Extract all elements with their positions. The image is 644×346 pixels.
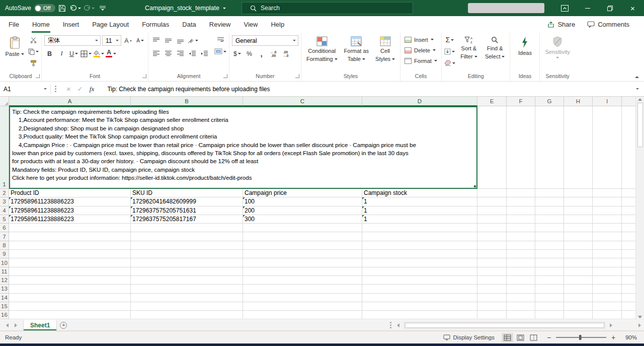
cell[interactable] bbox=[535, 285, 564, 293]
redo-button[interactable] bbox=[83, 0, 96, 16]
row-header[interactable]: 6 bbox=[0, 224, 9, 232]
cell[interactable] bbox=[243, 302, 362, 311]
cell[interactable] bbox=[477, 189, 507, 197]
shrink-font-button[interactable]: A bbox=[135, 35, 145, 46]
cell[interactable] bbox=[564, 258, 593, 267]
cell[interactable] bbox=[535, 258, 564, 267]
cell-F1[interactable] bbox=[507, 106, 535, 189]
cell[interactable] bbox=[507, 250, 535, 258]
clipboard-dialog-launcher[interactable] bbox=[36, 74, 40, 78]
align-right-button[interactable] bbox=[175, 48, 186, 59]
autosave-toggle[interactable]: AutoSave Off bbox=[5, 4, 55, 12]
ribbon-display-options-button[interactable] bbox=[553, 0, 576, 16]
row-header-2[interactable]: 2 bbox=[0, 189, 9, 197]
cell[interactable] bbox=[243, 258, 362, 267]
paste-button[interactable]: Paste bbox=[3, 34, 27, 58]
cell[interactable] bbox=[564, 224, 593, 232]
cell[interactable] bbox=[507, 276, 535, 285]
cell-A5[interactable]: 1729589611238886223 bbox=[9, 215, 131, 224]
cell[interactable] bbox=[593, 302, 622, 311]
page-layout-view-button[interactable] bbox=[515, 333, 526, 342]
row-header[interactable]: 15 bbox=[0, 302, 9, 311]
cell[interactable] bbox=[593, 285, 622, 293]
delete-cells-button[interactable]: Delete bbox=[403, 45, 437, 55]
cell[interactable] bbox=[593, 189, 622, 197]
tab-scroll-splitter[interactable] bbox=[390, 324, 391, 326]
wrap-text-button[interactable] bbox=[214, 34, 226, 45]
cell[interactable] bbox=[564, 250, 593, 258]
grow-font-button[interactable]: A bbox=[123, 35, 133, 46]
cell[interactable] bbox=[507, 241, 535, 250]
cell[interactable] bbox=[243, 276, 362, 285]
font-color-button[interactable]: A bbox=[106, 48, 116, 59]
tab-data[interactable]: Data bbox=[176, 16, 202, 33]
comma-style-button[interactable]: , bbox=[256, 48, 267, 59]
cell[interactable] bbox=[477, 258, 507, 267]
share-button[interactable]: Share bbox=[542, 21, 581, 28]
row-header[interactable]: 16 bbox=[0, 311, 9, 319]
cell-B2[interactable]: SKU ID bbox=[131, 189, 243, 197]
cell[interactable] bbox=[131, 232, 243, 241]
pane-splitter-icon[interactable] bbox=[638, 323, 641, 327]
cell-D5[interactable]: 1 bbox=[362, 215, 477, 224]
cell-B4[interactable]: 1729637575205751631 bbox=[131, 206, 243, 215]
save-button[interactable] bbox=[55, 0, 69, 16]
sort-filter-button[interactable]: AZ Sort & Filter bbox=[457, 34, 481, 61]
column-header-G[interactable]: G bbox=[535, 97, 564, 106]
increase-indent-button[interactable] bbox=[199, 48, 210, 59]
scroll-up-icon[interactable] bbox=[638, 98, 642, 101]
cell[interactable] bbox=[564, 241, 593, 250]
cell[interactable] bbox=[507, 206, 535, 215]
cell[interactable] bbox=[593, 197, 622, 206]
cell[interactable] bbox=[507, 232, 535, 241]
row-header-3[interactable]: 3 bbox=[0, 197, 9, 206]
cell[interactable] bbox=[362, 250, 477, 258]
percent-style-button[interactable]: % bbox=[244, 48, 255, 59]
cell[interactable] bbox=[9, 285, 131, 293]
align-center-button[interactable] bbox=[163, 48, 174, 59]
vertical-scrollbar-thumb[interactable] bbox=[637, 103, 643, 147]
cell[interactable] bbox=[9, 241, 131, 250]
cell[interactable] bbox=[593, 250, 622, 258]
cell[interactable] bbox=[9, 232, 131, 241]
tab-review[interactable]: Review bbox=[203, 16, 237, 33]
row-header-5[interactable]: 5 bbox=[0, 215, 9, 224]
row-header[interactable]: 13 bbox=[0, 285, 9, 293]
display-settings-button[interactable]: Display Settings bbox=[443, 334, 495, 340]
horizontal-scrollbar-thumb[interactable] bbox=[405, 323, 604, 328]
cell[interactable] bbox=[564, 311, 593, 319]
tab-formulas[interactable]: Formulas bbox=[135, 16, 176, 33]
cell[interactable] bbox=[362, 311, 477, 319]
column-header-I[interactable]: I bbox=[593, 97, 622, 106]
row-header-1[interactable]: 1 bbox=[0, 106, 9, 189]
hscroll-right-icon[interactable] bbox=[610, 323, 612, 327]
cell[interactable] bbox=[9, 258, 131, 267]
conditional-formatting-button[interactable]: Conditional Formatting bbox=[304, 34, 340, 63]
cell[interactable] bbox=[243, 232, 362, 241]
enter-button[interactable]: ✓ bbox=[77, 85, 83, 93]
cell[interactable] bbox=[507, 285, 535, 293]
cell[interactable] bbox=[362, 224, 477, 232]
cell[interactable] bbox=[477, 250, 507, 258]
cell[interactable] bbox=[362, 241, 477, 250]
cell[interactable] bbox=[507, 311, 535, 319]
cell[interactable] bbox=[362, 302, 477, 311]
alignment-dialog-launcher[interactable] bbox=[223, 74, 227, 78]
cell[interactable] bbox=[535, 302, 564, 311]
zoom-out-button[interactable]: − bbox=[546, 334, 551, 341]
cell[interactable] bbox=[243, 294, 362, 302]
tab-home[interactable]: Home bbox=[26, 16, 56, 33]
cell[interactable] bbox=[9, 224, 131, 232]
column-header-F[interactable]: F bbox=[507, 97, 535, 106]
horizontal-scrollbar[interactable] bbox=[404, 322, 605, 329]
collapse-ribbon-button[interactable] bbox=[635, 76, 639, 78]
cell[interactable] bbox=[477, 206, 507, 215]
autosum-button[interactable]: Σ bbox=[444, 34, 455, 45]
hscroll-left-icon[interactable] bbox=[397, 323, 399, 327]
cell[interactable] bbox=[507, 197, 535, 206]
align-left-button[interactable] bbox=[151, 48, 162, 59]
cell[interactable] bbox=[535, 276, 564, 285]
cell[interactable] bbox=[535, 206, 564, 215]
cell[interactable] bbox=[131, 276, 243, 285]
cell[interactable] bbox=[593, 232, 622, 241]
